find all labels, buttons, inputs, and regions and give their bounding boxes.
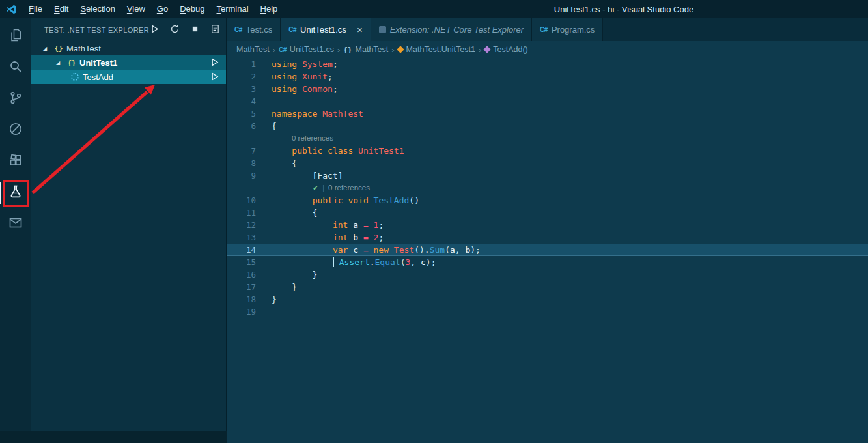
activitybar-mail[interactable] (0, 208, 31, 240)
code-line-3[interactable]: 3using Common; (227, 83, 868, 95)
tab-test-cs[interactable]: C#Test.cs (227, 18, 281, 41)
tree-item-label: MathTest (66, 44, 101, 53)
run-test-icon[interactable] (210, 57, 219, 69)
code-line-10[interactable]: 10 public void TestAdd() (227, 194, 868, 207)
code-line-7[interactable]: 7 public class UnitTest1 (227, 145, 868, 157)
chevron-expanded-icon[interactable]: ◢ (43, 46, 53, 51)
menu-debug[interactable]: Debug (174, 0, 210, 18)
test-tree: ◢{}MathTest◢{}UnitTest1TestAdd (31, 41, 226, 84)
extensions-icon (8, 152, 23, 171)
show-log-button[interactable] (210, 25, 220, 35)
csharp-icon: C# (279, 45, 287, 54)
tab-extension-net-core-test-explorer[interactable]: Extension: .NET Core Test Explorer (371, 18, 532, 41)
code-line-12[interactable]: 12 int a = 1; (227, 219, 868, 231)
close-icon[interactable]: × (357, 25, 363, 35)
breadcrumb-item-mathtest-unittest1[interactable]: MathTest.UnitTest1 (398, 45, 475, 54)
line-number: 1 (227, 58, 272, 70)
editor-group: C#Test.csC#UnitTest1.cs×Extension: .NET … (227, 18, 868, 443)
tree-item-testadd[interactable]: TestAdd (31, 70, 226, 84)
code-area[interactable]: 1using System;2using Xunit;3using Common… (227, 58, 868, 318)
menu-edit[interactable]: Edit (48, 0, 74, 18)
run-all-button[interactable] (149, 25, 160, 35)
tab-program-cs[interactable]: C#Program.cs (532, 18, 603, 41)
line-number: 15 (227, 256, 272, 268)
vscode-logo-icon (6, 4, 17, 15)
code-line-17[interactable]: 17 } (227, 281, 868, 293)
refresh-button[interactable] (169, 25, 180, 35)
gutter (227, 132, 272, 145)
debug-icon (8, 121, 23, 139)
code-line-6[interactable]: 6{ (227, 120, 868, 132)
activitybar-source-control[interactable] (0, 83, 31, 115)
line-number: 2 (227, 70, 272, 83)
source-control-icon (8, 90, 23, 108)
breadcrumb-label: MathTest (356, 45, 389, 54)
codelens-row: 0 references (227, 132, 868, 145)
breadcrumb-item-mathtest[interactable]: MathTest (236, 45, 270, 54)
code-line-19[interactable]: 19 (227, 306, 868, 318)
code-line-9[interactable]: 9 [Fact] (227, 169, 868, 182)
refresh-icon (170, 24, 180, 35)
menu-bar: FileEditSelectionViewGoDebugTerminalHelp (23, 0, 283, 18)
line-number: 9 (227, 169, 272, 182)
menu-go[interactable]: Go (151, 0, 174, 18)
code-line-11[interactable]: 11 { (227, 207, 868, 219)
menu-terminal[interactable]: Terminal (210, 0, 254, 18)
code-line-1[interactable]: 1using System; (227, 58, 868, 70)
code-line-5[interactable]: 5namespace MathTest (227, 107, 868, 120)
breadcrumb-item-testadd[interactable]: TestAdd() (484, 45, 528, 54)
tab-label: Extension: .NET Core Test Explorer (390, 25, 524, 35)
menu-selection[interactable]: Selection (74, 0, 120, 18)
code-line-16[interactable]: 16 } (227, 268, 868, 281)
tree-item-unittest1[interactable]: ◢{}UnitTest1 (31, 55, 226, 70)
method-icon (484, 45, 490, 54)
code-line-8[interactable]: 8 { (227, 157, 868, 169)
breadcrumb-item-mathtest[interactable]: {}MathTest (343, 45, 388, 54)
sidebar-header: TEST: .NET TEST EXPLORER (31, 18, 226, 41)
test-explorer-icon (8, 184, 23, 202)
codelens-references-link[interactable]: 0 references (292, 132, 333, 145)
code-line-4[interactable]: 4 (227, 95, 868, 107)
tab-unittest1-cs[interactable]: C#UnitTest1.cs× (281, 18, 371, 41)
chevron-right-icon: › (391, 45, 394, 55)
menu-file[interactable]: File (23, 0, 48, 18)
code-line-2[interactable]: 2using Xunit; (227, 70, 868, 83)
menu-view[interactable]: View (121, 0, 151, 18)
codelens-row: ✔|0 references (227, 182, 868, 194)
line-number: 8 (227, 157, 272, 169)
chevron-expanded-icon[interactable]: ◢ (56, 60, 66, 66)
codelens-references-link[interactable]: 0 references (328, 182, 370, 194)
breadcrumb-label: MathTest (236, 45, 270, 54)
window-title: UnitTest1.cs - hi - Visual Studio Code (554, 5, 693, 14)
line-number: 7 (227, 145, 272, 157)
code-line-15[interactable]: 15 Assert.Equal(3, c); (227, 256, 868, 268)
explorer-icon (8, 27, 23, 46)
workbench: TEST: .NET TEST EXPLORER ◢{}MathTest◢{}U… (0, 18, 868, 443)
activitybar-search[interactable] (0, 52, 31, 83)
breadcrumb-item-unittest1-cs[interactable]: C#UnitTest1.cs (279, 45, 334, 54)
stop-button[interactable] (189, 25, 200, 35)
tree-item-mathtest[interactable]: ◢{}MathTest (31, 41, 226, 55)
activitybar-explorer[interactable] (0, 21, 31, 52)
title-bar: FileEditSelectionViewGoDebugTerminalHelp… (0, 0, 868, 18)
code-line-14[interactable]: 14 var c = new Test().Sum(a, b); (227, 244, 868, 256)
tab-label: Program.cs (552, 25, 595, 35)
code-line-13[interactable]: 13 int b = 2; (227, 231, 868, 244)
activitybar-test-explorer[interactable] (0, 177, 31, 208)
tab-label: UnitTest1.cs (300, 25, 346, 35)
menu-help[interactable]: Help (255, 0, 284, 18)
line-number: 4 (227, 95, 272, 107)
mail-icon (8, 215, 23, 233)
line-number: 11 (227, 207, 272, 219)
braces-icon: {} (66, 59, 77, 67)
run-test-icon[interactable] (210, 72, 219, 83)
sidebar-title: TEST: .NET TEST EXPLORER (44, 26, 149, 34)
activitybar-debug[interactable] (0, 115, 31, 146)
activity-bar (0, 18, 31, 443)
sidebar-actions (149, 25, 220, 35)
activitybar-extensions[interactable] (0, 146, 31, 177)
tab-bar: C#Test.csC#UnitTest1.cs×Extension: .NET … (227, 18, 868, 41)
line-number: 6 (227, 120, 272, 132)
vscode-window: FileEditSelectionViewGoDebugTerminalHelp… (0, 0, 868, 443)
code-line-18[interactable]: 18} (227, 293, 868, 306)
